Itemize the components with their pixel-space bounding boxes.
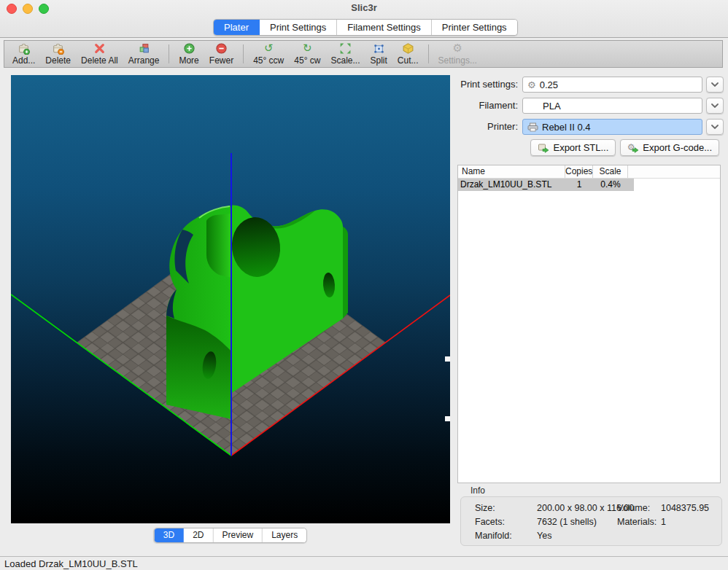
rotate-ccw-button[interactable]: ↺ 45° ccw [248, 40, 289, 68]
view-tab-bar: 3D 2D Preview Layers [154, 528, 307, 543]
objects-table-header: Name Copies Scale [458, 165, 720, 179]
toolbar-label: 45° ccw [253, 55, 284, 66]
scale-arrows-icon [339, 42, 352, 55]
toolbar-label: Scale... [330, 55, 360, 66]
filament-label: Filament: [456, 100, 518, 111]
chevron-down-icon [711, 125, 719, 129]
manifold-label: Manifold: [475, 531, 512, 541]
filament-value: PLA [543, 101, 561, 112]
cut-button[interactable]: Cut... [392, 40, 424, 68]
slic3r-window: Slic3r Plater Print Settings Filament Se… [0, 0, 728, 570]
print-settings-value: 0.25 [540, 79, 558, 90]
print-settings-combo[interactable]: ⚙ 0.25 [522, 77, 702, 93]
toolbar-label: Settings... [438, 55, 477, 66]
split-cube-icon [373, 42, 385, 55]
column-header-empty [628, 165, 720, 178]
view-tab-3d[interactable]: 3D [155, 528, 184, 542]
toolbar-label: Delete [45, 55, 71, 66]
toolbar-label: 45° cw [294, 55, 320, 66]
tab-filament-settings[interactable]: Filament Settings [337, 20, 431, 35]
facets-value: 7632 (1 shells) [537, 517, 597, 527]
titlebar: Slic3r Plater Print Settings Filament Se… [0, 0, 728, 38]
arrange-button[interactable]: Arrange [123, 40, 165, 68]
toolbar-label: Arrange [128, 55, 160, 66]
column-header-copies[interactable]: Copies [565, 165, 593, 178]
splitter-handle[interactable] [445, 416, 450, 421]
view-tab-preview[interactable]: Preview [213, 528, 263, 542]
materials-value: 1 [661, 517, 666, 527]
main-tab-bar: Plater Print Settings Filament Settings … [213, 19, 518, 36]
toolbar-label: Delete All [81, 55, 118, 66]
printer-dropdown-button[interactable] [706, 119, 724, 135]
export-gcode-button[interactable]: ⚙ Export G-code... [620, 139, 719, 156]
objects-table: Name Copies Scale Drzak_LM10UU_B.STL 1 0… [457, 165, 721, 483]
more-button[interactable]: More [174, 40, 204, 68]
view-tab-layers[interactable]: Layers [263, 528, 306, 542]
gear-icon: ⚙ [452, 42, 462, 55]
tab-plater[interactable]: Plater [214, 20, 260, 35]
materials-label: Materials: [617, 517, 657, 527]
cell-name: Drzak_LM10UU_B.STL [458, 179, 565, 191]
toolbar-label: Cut... [398, 55, 419, 66]
model-right-edge [343, 227, 348, 319]
viewport-3d[interactable] [11, 75, 450, 523]
view-tab-2d[interactable]: 2D [184, 528, 213, 542]
info-panel-title: Info [471, 485, 485, 496]
tab-printer-settings[interactable]: Printer Settings [432, 20, 517, 35]
cell-scale: 0.4% [593, 179, 628, 191]
add-box-icon [18, 42, 30, 55]
printer-combo[interactable]: Rebel II 0.4 [522, 119, 702, 135]
rotate-ccw-icon: ↺ [264, 42, 274, 55]
toolbar-separator [428, 44, 429, 63]
print-settings-dropdown-button[interactable] [706, 77, 724, 93]
export-gcode-label: Export G-code... [643, 142, 712, 153]
delete-button[interactable]: Delete [40, 40, 76, 68]
arrange-cubes-icon [138, 42, 150, 55]
column-header-name[interactable]: Name [458, 165, 565, 178]
volume-value: 1048375.95 [661, 503, 709, 513]
print-settings-label: Print settings: [456, 79, 518, 90]
plater-toolbar: Add... Delete Delete All Arrange More [4, 40, 723, 68]
export-gcode-icon: ⚙ [627, 142, 639, 154]
plus-circle-icon [183, 42, 195, 55]
volume-label: Volume: [617, 503, 650, 513]
filament-dropdown-button[interactable] [706, 98, 724, 114]
export-stl-label: Export STL... [553, 142, 608, 153]
status-bar: Loaded Drzak_LM10UU_B.STL [0, 556, 728, 570]
cell-copies: 1 [565, 179, 593, 191]
filament-combo[interactable]: PLA [522, 98, 702, 114]
status-text: Loaded Drzak_LM10UU_B.STL [4, 558, 138, 569]
scale-button[interactable]: Scale... [325, 40, 365, 68]
splitter-handle[interactable] [445, 356, 450, 362]
printer-value: Rebel II 0.4 [542, 122, 591, 133]
column-header-scale[interactable]: Scale [593, 165, 628, 178]
window-title: Slic3r [0, 2, 728, 13]
manifold-value: Yes [537, 531, 551, 541]
facets-label: Facets: [475, 517, 505, 527]
size-label: Size: [475, 503, 495, 513]
chevron-down-icon [711, 104, 719, 108]
delete-box-icon [52, 42, 64, 55]
rotate-cw-button[interactable]: ↻ 45° cw [289, 40, 325, 68]
gear-icon: ⚙ [527, 79, 536, 90]
add-button[interactable]: Add... [7, 40, 40, 68]
settings-button[interactable]: ⚙ Settings... [433, 40, 482, 68]
export-stl-button[interactable]: Export STL... [530, 139, 616, 156]
fewer-button[interactable]: Fewer [204, 40, 239, 68]
delete-all-button[interactable]: Delete All [76, 40, 123, 68]
toolbar-label: Split [370, 55, 387, 66]
cut-box-icon [402, 42, 414, 55]
delete-all-icon [93, 42, 106, 55]
export-stl-icon [538, 142, 549, 154]
info-panel: Size: 200.00 x 98.00 x 116.00 Volume: 10… [460, 496, 722, 546]
tab-print-settings[interactable]: Print Settings [260, 20, 337, 35]
toolbar-label: Fewer [209, 55, 233, 66]
table-row[interactable]: Drzak_LM10UU_B.STL 1 0.4% [458, 179, 634, 191]
split-button[interactable]: Split [365, 40, 392, 68]
toolbar-label: Add... [12, 55, 35, 66]
minus-circle-icon [215, 42, 228, 55]
toolbar-label: More [179, 55, 198, 66]
toolbar-separator [169, 44, 169, 63]
toolbar-separator [243, 44, 244, 63]
rotate-cw-icon: ↻ [303, 42, 312, 55]
